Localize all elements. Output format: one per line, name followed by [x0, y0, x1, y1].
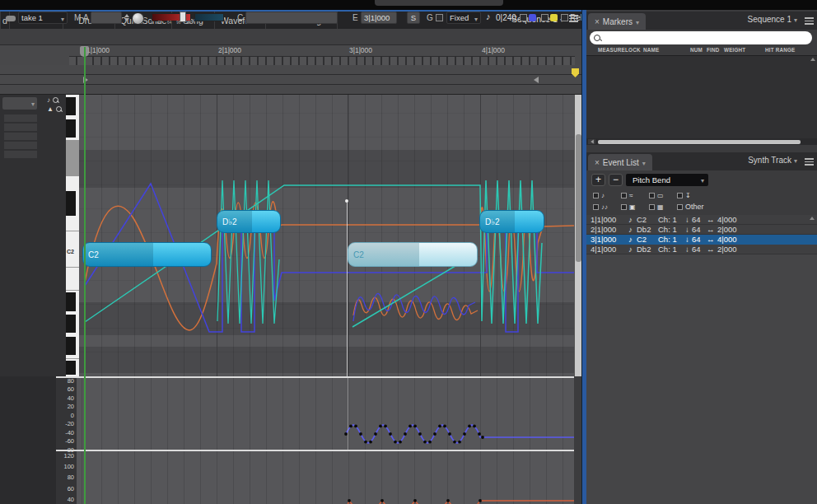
checkbox[interactable]	[593, 193, 599, 198]
column-hit-range: HIT RANGE	[765, 47, 795, 53]
insert-icon[interactable]	[6, 16, 16, 21]
track-row[interactable]	[4, 114, 37, 122]
add-event-button[interactable]: +	[591, 174, 605, 186]
stepper-control[interactable]	[123, 12, 130, 24]
markers-list[interactable]	[586, 55, 817, 139]
filter-icon[interactable]: ▦	[649, 203, 677, 211]
marker-strip-2[interactable]	[0, 75, 581, 85]
column-lock: LOCK	[625, 47, 641, 53]
note-duration-icon[interactable]: ♪	[486, 12, 491, 21]
markers-tab[interactable]: × Markers	[588, 13, 646, 30]
piano-keyboard-strip[interactable]: C2	[66, 95, 79, 376]
event-row[interactable]: 4|1|000♪Db2Ch: 1↓64↔2|000	[586, 245, 817, 254]
filter-icon[interactable]: ▭	[649, 192, 677, 199]
attr-label: A	[83, 13, 89, 22]
octave-key-label: C2	[67, 249, 74, 254]
marker-zoom-control[interactable]: ▲	[47, 105, 62, 113]
take-selector[interactable]: take 1	[18, 12, 68, 24]
hscroll-track[interactable]	[598, 140, 801, 144]
lane-content[interactable]	[77, 376, 574, 504]
scroll-up-icon[interactable]	[810, 58, 815, 61]
filter-icon[interactable]: ▣	[621, 203, 649, 211]
rel-checkbox[interactable]	[561, 14, 568, 21]
rel-label: Rel	[570, 13, 582, 22]
filter-icon[interactable]: ≈	[621, 192, 649, 199]
filter-icon[interactable]: ♪♪	[593, 203, 621, 211]
chevron-down-icon	[794, 15, 797, 24]
controller-lane-curve	[79, 451, 574, 504]
vertical-scrollbar-thumb[interactable]	[576, 134, 581, 262]
grid-checkbox[interactable]	[436, 14, 443, 21]
blue-marker-icon	[529, 14, 536, 21]
column-num: NUM	[690, 47, 703, 53]
solo-button[interactable]: S	[407, 12, 420, 24]
marker-strip-1[interactable]	[0, 65, 581, 75]
note-zoom-control[interactable]: ♪	[47, 96, 58, 104]
midi-note-C2[interactable]: C2	[348, 242, 478, 267]
chord-field[interactable]	[245, 12, 338, 24]
event-row[interactable]: 2|1|000♪Db2Ch: 1↓64↔2|000	[586, 225, 817, 235]
scroll-left-button[interactable]	[588, 139, 595, 144]
checkbox[interactable]	[677, 204, 683, 210]
loop-end-icon[interactable]	[534, 77, 539, 83]
vertical-scrollbar[interactable]	[574, 95, 581, 376]
chevron-down-icon	[642, 158, 646, 167]
chevron-down-icon	[61, 13, 64, 25]
column-measure: MEASURE	[598, 47, 625, 53]
markers-hscrollbar[interactable]	[586, 138, 817, 145]
event-list-tab[interactable]: × Event List	[588, 154, 652, 170]
mini-menu-icon[interactable]	[805, 158, 814, 166]
filter-icon[interactable]: ♪	[593, 192, 621, 199]
event-row[interactable]: 3|1|000♪C2Ch: 1↓64↔4|000	[586, 235, 817, 245]
insert-type-selector[interactable]: Pitch Bend	[626, 174, 708, 186]
markers-sequence-menu[interactable]: Sequence 1	[748, 15, 797, 24]
checkbox[interactable]	[677, 193, 683, 198]
filter-icon[interactable]: ↧	[677, 192, 705, 199]
midi-note-C2[interactable]: C2	[82, 242, 212, 267]
event-list-track-menu[interactable]: Synth Track	[748, 156, 797, 165]
mini-menu-icon[interactable]	[805, 17, 814, 25]
blue-marker-checkbox[interactable]	[520, 14, 527, 21]
piano-roll-canvas[interactable]: C2D♭2C2D♭2	[79, 95, 574, 376]
scroll-up-icon[interactable]	[810, 217, 815, 220]
attr-field[interactable]	[91, 12, 122, 24]
checkbox[interactable]	[621, 193, 627, 198]
main-editor-window: dMIDIDrumQuickScribeSongWaveformMeter Br…	[0, 10, 581, 504]
velocity-scale: 0326496127	[151, 21, 192, 25]
end-time-field[interactable]: 3|1|000	[361, 12, 397, 24]
measure-label: 1|1|000	[86, 46, 110, 54]
measure-label: 4|1|000	[482, 46, 505, 54]
grid-value[interactable]: 0|240	[496, 13, 516, 22]
track-row[interactable]	[4, 142, 37, 149]
remove-event-button[interactable]: −	[609, 174, 623, 186]
magnifier-icon	[53, 97, 58, 103]
chevron-down-icon	[794, 156, 797, 165]
track-row[interactable]	[4, 133, 37, 140]
playhead-line[interactable]	[84, 47, 86, 504]
keyboard-scroll-thumb[interactable]	[66, 140, 79, 176]
track-row[interactable]	[4, 124, 37, 131]
checkbox[interactable]	[649, 193, 655, 198]
value-knob[interactable]	[132, 12, 144, 25]
midi-note-Db2[interactable]: D♭2	[479, 210, 544, 233]
track-row[interactable]	[4, 151, 37, 158]
mute-button[interactable]: M	[74, 13, 81, 22]
event-list-body[interactable]	[586, 254, 817, 504]
filter-other[interactable]: Other	[677, 203, 705, 211]
close-icon[interactable]: ×	[595, 158, 600, 167]
edit-toolbar: take 1 M A 0326496127 C E 3|1|000 S G Fi…	[0, 29, 581, 45]
checkbox[interactable]	[621, 204, 627, 210]
checkbox[interactable]	[593, 204, 599, 210]
event-list-header: × Event List Synth Track	[586, 152, 817, 170]
marker-search-input[interactable]	[590, 31, 812, 44]
digital-performer-window: dMIDIDrumQuickScribeSongWaveformMeter Br…	[0, 0, 817, 504]
midi-note-Db2[interactable]: D♭2	[217, 210, 281, 233]
time-ruler[interactable]: 1|1|0002|1|0003|1|0004|1|000	[0, 45, 581, 95]
event-row[interactable]: 1|1|000♪C2Ch: 1↓64↔4|000	[586, 215, 817, 225]
close-icon[interactable]: ×	[595, 17, 600, 26]
track-selector[interactable]	[2, 97, 37, 110]
grid-mode-selector[interactable]: Fixed	[446, 12, 481, 24]
yellow-marker-checkbox[interactable]	[541, 14, 549, 21]
markers-header: × Markers Sequence 1	[586, 12, 817, 30]
checkbox[interactable]	[649, 204, 655, 210]
